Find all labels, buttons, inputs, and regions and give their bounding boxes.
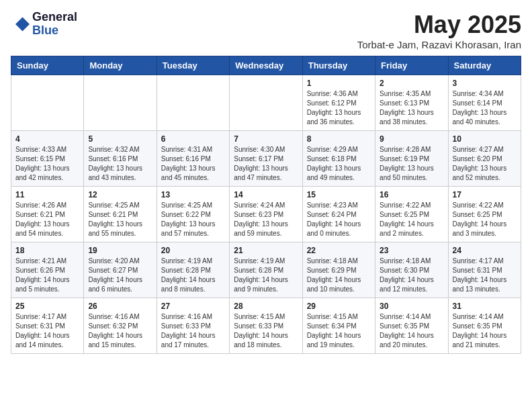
day-info: Sunrise: 4:14 AM Sunset: 6:35 PM Dayligh…	[380, 312, 443, 350]
calendar-cell: 16Sunrise: 4:22 AM Sunset: 6:25 PM Dayli…	[375, 187, 448, 242]
day-number: 11	[15, 190, 79, 199]
day-number: 8	[307, 134, 371, 144]
calendar-cell: 18Sunrise: 4:21 AM Sunset: 6:26 PM Dayli…	[11, 242, 84, 298]
day-number: 9	[380, 134, 443, 144]
day-info: Sunrise: 4:29 AM Sunset: 6:18 PM Dayligh…	[307, 145, 371, 183]
calendar-cell: 29Sunrise: 4:15 AM Sunset: 6:34 PM Dayli…	[302, 298, 375, 354]
day-info: Sunrise: 4:23 AM Sunset: 6:24 PM Dayligh…	[307, 201, 371, 238]
day-info: Sunrise: 4:26 AM Sunset: 6:21 PM Dayligh…	[15, 201, 79, 238]
day-info: Sunrise: 4:15 AM Sunset: 6:34 PM Dayligh…	[307, 312, 371, 350]
day-info: Sunrise: 4:18 AM Sunset: 6:30 PM Dayligh…	[380, 257, 443, 294]
day-number: 22	[307, 246, 371, 255]
day-number: 19	[88, 246, 152, 255]
day-number: 27	[161, 302, 225, 311]
day-number: 30	[380, 302, 443, 311]
day-info: Sunrise: 4:36 AM Sunset: 6:12 PM Dayligh…	[307, 89, 371, 127]
calendar-cell: 21Sunrise: 4:19 AM Sunset: 6:28 PM Dayli…	[230, 242, 302, 298]
day-info: Sunrise: 4:16 AM Sunset: 6:32 PM Dayligh…	[88, 312, 152, 350]
week-row-1: 1Sunrise: 4:36 AM Sunset: 6:12 PM Daylig…	[11, 75, 521, 131]
day-number: 31	[453, 302, 517, 311]
calendar-cell: 2Sunrise: 4:35 AM Sunset: 6:13 PM Daylig…	[375, 75, 448, 131]
day-info: Sunrise: 4:32 AM Sunset: 6:16 PM Dayligh…	[88, 145, 152, 183]
logo-blue: Blue	[32, 24, 77, 38]
calendar-cell: 27Sunrise: 4:16 AM Sunset: 6:33 PM Dayli…	[157, 298, 229, 354]
header-wednesday: Wednesday	[230, 56, 302, 75]
calendar-cell: 24Sunrise: 4:17 AM Sunset: 6:31 PM Dayli…	[448, 242, 521, 298]
calendar-cell: 7Sunrise: 4:30 AM Sunset: 6:17 PM Daylig…	[230, 131, 302, 187]
header-thursday: Thursday	[302, 56, 375, 75]
logo-text: General Blue	[32, 11, 77, 38]
day-info: Sunrise: 4:22 AM Sunset: 6:25 PM Dayligh…	[380, 201, 443, 238]
day-number: 26	[88, 302, 152, 311]
calendar-cell	[157, 75, 229, 131]
calendar-cell: 12Sunrise: 4:25 AM Sunset: 6:21 PM Dayli…	[84, 187, 157, 242]
day-info: Sunrise: 4:31 AM Sunset: 6:16 PM Dayligh…	[161, 145, 225, 183]
day-info: Sunrise: 4:19 AM Sunset: 6:28 PM Dayligh…	[234, 257, 298, 294]
calendar-cell: 19Sunrise: 4:20 AM Sunset: 6:27 PM Dayli…	[84, 242, 157, 298]
day-info: Sunrise: 4:25 AM Sunset: 6:22 PM Dayligh…	[161, 201, 225, 238]
page-header: General Blue May 2025 Torbat-e Jam, Raza…	[11, 11, 521, 50]
day-number: 6	[161, 134, 225, 144]
day-info: Sunrise: 4:28 AM Sunset: 6:19 PM Dayligh…	[380, 145, 443, 183]
calendar-cell: 5Sunrise: 4:32 AM Sunset: 6:16 PM Daylig…	[84, 131, 157, 187]
day-number: 7	[234, 134, 298, 144]
calendar-cell: 20Sunrise: 4:19 AM Sunset: 6:28 PM Dayli…	[157, 242, 229, 298]
day-number: 16	[380, 190, 443, 199]
calendar-cell: 4Sunrise: 4:33 AM Sunset: 6:15 PM Daylig…	[11, 131, 84, 187]
calendar-cell: 1Sunrise: 4:36 AM Sunset: 6:12 PM Daylig…	[302, 75, 375, 131]
calendar-body: 1Sunrise: 4:36 AM Sunset: 6:12 PM Daylig…	[11, 75, 521, 354]
day-info: Sunrise: 4:34 AM Sunset: 6:14 PM Dayligh…	[453, 89, 517, 127]
calendar-cell: 28Sunrise: 4:15 AM Sunset: 6:33 PM Dayli…	[230, 298, 302, 354]
calendar-cell: 17Sunrise: 4:22 AM Sunset: 6:25 PM Dayli…	[448, 187, 521, 242]
week-row-3: 11Sunrise: 4:26 AM Sunset: 6:21 PM Dayli…	[11, 187, 521, 242]
day-info: Sunrise: 4:14 AM Sunset: 6:35 PM Dayligh…	[453, 312, 517, 350]
day-number: 1	[307, 79, 371, 88]
day-number: 29	[307, 302, 371, 311]
calendar-cell: 14Sunrise: 4:24 AM Sunset: 6:23 PM Dayli…	[230, 187, 302, 242]
calendar-cell: 25Sunrise: 4:17 AM Sunset: 6:31 PM Dayli…	[11, 298, 84, 354]
svg-marker-0	[15, 17, 30, 31]
day-info: Sunrise: 4:17 AM Sunset: 6:31 PM Dayligh…	[15, 312, 79, 350]
header-tuesday: Tuesday	[157, 56, 229, 75]
calendar-cell	[230, 75, 302, 131]
calendar-cell: 11Sunrise: 4:26 AM Sunset: 6:21 PM Dayli…	[11, 187, 84, 242]
month-title: May 2025	[357, 11, 521, 39]
day-number: 15	[307, 190, 371, 199]
header-saturday: Saturday	[448, 56, 521, 75]
header-monday: Monday	[84, 56, 157, 75]
calendar-cell: 10Sunrise: 4:27 AM Sunset: 6:20 PM Dayli…	[448, 131, 521, 187]
calendar-cell: 15Sunrise: 4:23 AM Sunset: 6:24 PM Dayli…	[302, 187, 375, 242]
day-number: 23	[380, 246, 443, 255]
location-subtitle: Torbat-e Jam, Razavi Khorasan, Iran	[357, 39, 521, 50]
calendar-header: SundayMondayTuesdayWednesdayThursdayFrid…	[11, 56, 521, 75]
calendar-cell	[11, 75, 84, 131]
calendar-table: SundayMondayTuesdayWednesdayThursdayFrid…	[11, 56, 521, 354]
calendar-cell: 31Sunrise: 4:14 AM Sunset: 6:35 PM Dayli…	[448, 298, 521, 354]
day-info: Sunrise: 4:17 AM Sunset: 6:31 PM Dayligh…	[453, 257, 517, 294]
day-info: Sunrise: 4:25 AM Sunset: 6:21 PM Dayligh…	[88, 201, 152, 238]
day-number: 12	[88, 190, 152, 199]
day-number: 13	[161, 190, 225, 199]
day-number: 4	[15, 134, 79, 144]
week-row-2: 4Sunrise: 4:33 AM Sunset: 6:15 PM Daylig…	[11, 131, 521, 187]
logo-icon	[11, 15, 30, 34]
calendar-cell: 30Sunrise: 4:14 AM Sunset: 6:35 PM Dayli…	[375, 298, 448, 354]
day-info: Sunrise: 4:21 AM Sunset: 6:26 PM Dayligh…	[15, 257, 79, 294]
header-friday: Friday	[375, 56, 448, 75]
day-number: 25	[15, 302, 79, 311]
day-info: Sunrise: 4:19 AM Sunset: 6:28 PM Dayligh…	[161, 257, 225, 294]
day-info: Sunrise: 4:18 AM Sunset: 6:29 PM Dayligh…	[307, 257, 371, 294]
calendar-cell	[84, 75, 157, 131]
logo-general: General	[32, 11, 77, 24]
calendar-cell: 23Sunrise: 4:18 AM Sunset: 6:30 PM Dayli…	[375, 242, 448, 298]
title-area: May 2025 Torbat-e Jam, Razavi Khorasan, …	[357, 11, 521, 50]
calendar-cell: 6Sunrise: 4:31 AM Sunset: 6:16 PM Daylig…	[157, 131, 229, 187]
day-number: 2	[380, 79, 443, 88]
day-info: Sunrise: 4:35 AM Sunset: 6:13 PM Dayligh…	[380, 89, 443, 127]
calendar-cell: 9Sunrise: 4:28 AM Sunset: 6:19 PM Daylig…	[375, 131, 448, 187]
calendar-cell: 3Sunrise: 4:34 AM Sunset: 6:14 PM Daylig…	[448, 75, 521, 131]
svg-marker-1	[26, 17, 30, 20]
day-info: Sunrise: 4:27 AM Sunset: 6:20 PM Dayligh…	[453, 145, 517, 183]
day-info: Sunrise: 4:33 AM Sunset: 6:15 PM Dayligh…	[15, 145, 79, 183]
day-number: 20	[161, 246, 225, 255]
